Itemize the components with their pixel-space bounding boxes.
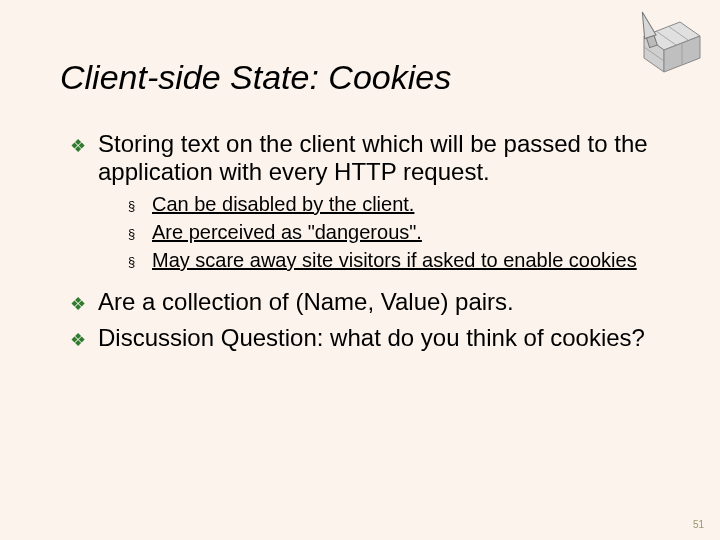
slide-title: Client-side State: Cookies bbox=[60, 58, 451, 97]
bullet-level1: ❖ Storing text on the client which will … bbox=[70, 130, 660, 186]
bullet-level2: § Are perceived as "dangerous". bbox=[128, 220, 660, 246]
bullet-level1: ❖ Discussion Question: what do you think… bbox=[70, 324, 660, 354]
section-bullet-icon: § bbox=[128, 248, 152, 274]
diamond-bullet-icon: ❖ bbox=[70, 288, 98, 318]
bullet-level1: ❖ Are a collection of (Name, Value) pair… bbox=[70, 288, 660, 318]
sub-bullet-text: Are perceived as "dangerous". bbox=[152, 220, 660, 244]
sub-bullet-text: Can be disabled by the client. bbox=[152, 192, 660, 216]
sub-bullet-group: § Can be disabled by the client. § Are p… bbox=[128, 192, 660, 274]
sub-bullet-text: May scare away site visitors if asked to… bbox=[152, 248, 660, 272]
svg-marker-7 bbox=[637, 10, 656, 38]
slide-body: ❖ Storing text on the client which will … bbox=[70, 130, 660, 360]
bullet-text: Are a collection of (Name, Value) pairs. bbox=[98, 288, 660, 316]
bullet-level2: § May scare away site visitors if asked … bbox=[128, 248, 660, 274]
diamond-bullet-icon: ❖ bbox=[70, 130, 98, 160]
diamond-bullet-icon: ❖ bbox=[70, 324, 98, 354]
bullet-text: Discussion Question: what do you think o… bbox=[98, 324, 660, 352]
page-number: 51 bbox=[693, 519, 704, 530]
bullet-text: Storing text on the client which will be… bbox=[98, 130, 660, 186]
section-bullet-icon: § bbox=[128, 192, 152, 218]
section-bullet-icon: § bbox=[128, 220, 152, 246]
decorative-graphic bbox=[616, 8, 706, 78]
bullet-level2: § Can be disabled by the client. bbox=[128, 192, 660, 218]
slide: Client-side State: Cookies ❖ Storing tex… bbox=[0, 0, 720, 540]
